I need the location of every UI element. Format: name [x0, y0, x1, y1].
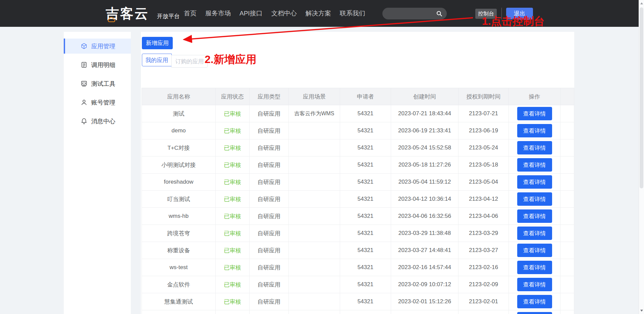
sidebar-item-test-tools[interactable]: 测试工具	[64, 76, 131, 91]
scrollbar-up-arrow[interactable]	[640, 2, 643, 4]
sidebar-item-account-management[interactable]: 账号管理	[64, 95, 131, 110]
cell-applicant: 54321	[340, 225, 391, 242]
nav-item-5[interactable]: 联系我们	[340, 9, 365, 18]
view-details-button[interactable]: 查看详情	[517, 244, 552, 257]
nav-item-3[interactable]: 文档中心	[271, 9, 297, 18]
cell-app-name: ws-test	[142, 259, 216, 276]
code-icon	[80, 80, 88, 87]
cell-app-type: 自研应用	[250, 191, 289, 208]
cell-expire-time: 2123-05-04	[459, 174, 509, 191]
main-content: 新增应用 我的应用订购的应用 应用名称应用状态应用类型应用场景申请者创建时间授权…	[141, 32, 574, 314]
view-details-button[interactable]: 查看详情	[517, 227, 552, 240]
scrollbar-thumb[interactable]	[640, 7, 643, 188]
table-row: 慧集通测试已审核自研应用543212023-02-01 15:12:262123…	[142, 293, 574, 310]
cell-actions: 查看详情	[509, 122, 560, 139]
view-details-button[interactable]: 查看详情	[517, 261, 552, 274]
status-badge: 已审核	[224, 162, 241, 168]
cell-app-type: 自研应用	[250, 139, 289, 156]
cell-app-scene	[289, 242, 340, 259]
cell-app-type: 自研应用	[250, 105, 289, 122]
cell-app-name: foreshadow	[142, 174, 216, 191]
view-details-button[interactable]: 查看详情	[517, 312, 552, 314]
cell-app-status: 已审核	[216, 276, 250, 293]
status-badge: 已审核	[224, 179, 241, 185]
cell-created-time: 2023-07-21 18:43:44	[391, 105, 459, 122]
cell-created-time: 2023-02-09 10:07:12	[391, 276, 459, 293]
cell-filler	[560, 276, 574, 293]
view-details-button[interactable]: 查看详情	[517, 158, 552, 172]
cell-created-time: 2023-06-19 21:33:41	[391, 122, 459, 139]
cell-filler	[560, 156, 574, 174]
view-details-button[interactable]: 查看详情	[517, 107, 552, 120]
cell-app-type: 自研应用	[250, 276, 289, 293]
sidebar-item-label: 消息中心	[91, 117, 115, 125]
bell-icon	[80, 118, 88, 125]
cell-filler	[560, 105, 574, 122]
cell-filler	[560, 242, 574, 259]
cloud-icon	[108, 17, 116, 22]
table-row: T+C对接已审核自研应用543212023-05-24 15:52:582123…	[142, 139, 574, 156]
nav-item-4[interactable]: 解决方案	[306, 9, 331, 18]
main-nav: 首页服务市场API接口文档中心解决方案联系我们	[184, 0, 365, 27]
sidebar-item-call-details[interactable]: 调用明细	[64, 57, 131, 72]
cell-app-status	[216, 310, 250, 314]
cell-expire-time: 2123-02-09	[459, 276, 509, 293]
column-header-6: 授权到期时间	[459, 88, 509, 105]
view-details-button[interactable]: 查看详情	[517, 295, 552, 308]
sidebar-item-app-management[interactable]: 应用管理	[64, 39, 131, 54]
cell-app-scene	[289, 208, 340, 225]
view-details-button[interactable]: 查看详情	[517, 192, 552, 206]
cell-applicant: 54321	[340, 122, 391, 139]
apps-table-wrap: 应用名称应用状态应用类型应用场景申请者创建时间授权到期时间操作 测试已审核自研应…	[142, 88, 574, 314]
logo: 吉客云 开放平台	[106, 0, 180, 27]
status-badge: 已审核	[224, 196, 241, 202]
cell-filler	[560, 225, 574, 242]
cell-applicant: 54321	[340, 242, 391, 259]
cell-actions: 查看详情	[509, 225, 560, 242]
cell-app-type: 自研应用	[250, 259, 289, 276]
sidebar-item-message-center[interactable]: 消息中心	[64, 114, 131, 129]
cell-app-name	[142, 310, 216, 314]
cell-app-status: 已审核	[216, 122, 250, 139]
view-details-button[interactable]: 查看详情	[517, 278, 552, 291]
view-details-button[interactable]: 查看详情	[517, 141, 552, 154]
cell-expire-time: 2123-02-01	[459, 293, 509, 310]
sidebar: 应用管理调用明细测试工具账号管理消息中心	[64, 32, 131, 314]
logout-button[interactable]: 退出	[506, 8, 533, 19]
vertical-scrollbar	[639, 0, 644, 314]
cell-created-time: 2023-05-24 15:52:58	[391, 139, 459, 156]
tab-my-apps[interactable]: 我的应用	[142, 54, 172, 66]
console-button[interactable]: 控制台	[475, 9, 497, 19]
cell-app-name: 称重设备	[142, 242, 216, 259]
search-icon[interactable]	[436, 10, 442, 17]
table-row: 叮当测试已审核自研应用543212023-04-12 10:36:142123-…	[142, 191, 574, 208]
tab-ordered-apps[interactable]: 订购的应用	[171, 55, 208, 68]
cell-app-type	[250, 310, 289, 314]
cell-applicant: 54321	[340, 208, 391, 225]
view-details-button[interactable]: 查看详情	[517, 124, 552, 137]
cell-created-time	[391, 310, 459, 314]
view-details-button[interactable]: 查看详情	[517, 175, 552, 189]
cell-created-time: 2023-03-27 14:48:41	[391, 242, 459, 259]
cell-created-time: 2023-05-04 11:59:12	[391, 174, 459, 191]
table-row: ws-test已审核自研应用543212023-02-16 14:57:4421…	[142, 259, 574, 276]
apps-table: 应用名称应用状态应用类型应用场景申请者创建时间授权到期时间操作 测试已审核自研应…	[142, 88, 574, 314]
add-app-button[interactable]: 新增应用	[142, 37, 173, 49]
nav-item-2[interactable]: API接口	[239, 9, 263, 18]
cell-app-scene	[289, 310, 340, 314]
cell-app-status: 已审核	[216, 156, 250, 174]
cell-expire-time: 2123-04-06	[459, 208, 509, 225]
view-details-button[interactable]: 查看详情	[517, 209, 552, 223]
cell-actions: 查看详情	[509, 259, 560, 276]
cell-filler	[560, 191, 574, 208]
scrollbar-down-arrow[interactable]	[640, 310, 643, 312]
nav-item-0[interactable]: 首页	[184, 9, 197, 18]
nav-item-1[interactable]: 服务市场	[205, 9, 231, 18]
cell-app-name: demo	[142, 122, 216, 139]
cell-app-name: 金点软件	[142, 276, 216, 293]
column-header-1: 应用状态	[216, 88, 250, 105]
column-header-7: 操作	[509, 88, 560, 105]
table-row: 跨境苍穹已审核自研应用543212023-03-29 11:38:482123-…	[142, 225, 574, 242]
column-header-3: 应用场景	[289, 88, 340, 105]
cell-created-time: 2023-04-06 16:32:56	[391, 208, 459, 225]
